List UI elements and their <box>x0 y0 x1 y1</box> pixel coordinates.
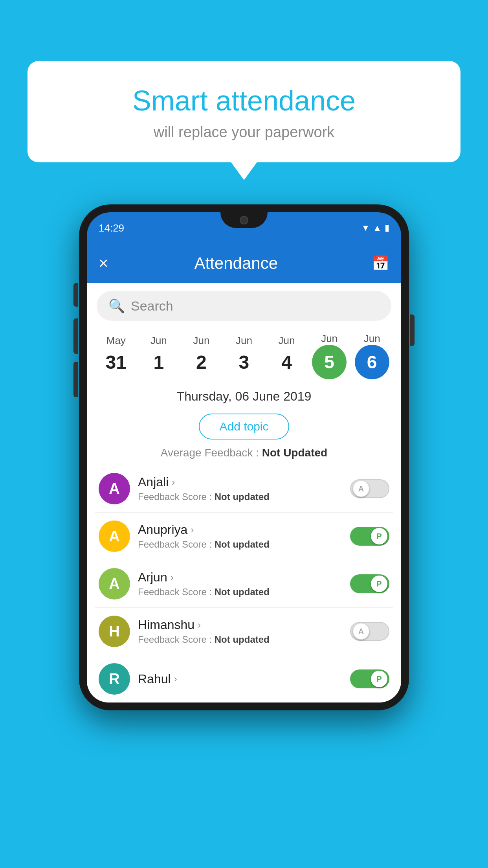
time-display: 14:29 <box>99 222 124 234</box>
avatar: A <box>99 568 130 600</box>
date-circle-selected-green: 5 <box>312 345 347 379</box>
date-number: 3 <box>226 347 262 378</box>
app-header: × Attendance 📅 <box>87 244 401 283</box>
bubble-subtitle: will replace your paperwork <box>51 124 437 141</box>
volume-silent-button <box>73 283 78 307</box>
volume-up-button <box>73 318 78 354</box>
avatar: H <box>99 616 130 647</box>
date-col-jun5[interactable]: Jun 5 <box>312 333 347 379</box>
date-col-jun2[interactable]: Jun 2 <box>183 335 219 378</box>
student-info: Anupriya › Feedback Score : Not updated <box>138 522 342 550</box>
student-info: Arjun › Feedback Score : Not updated <box>138 570 342 598</box>
search-bar[interactable]: 🔍 Search <box>97 291 391 321</box>
student-name: Anjali › <box>138 475 342 489</box>
student-item[interactable]: A Anjali › Feedback Score : Not updated … <box>95 465 393 513</box>
chevron-right-icon: › <box>198 620 201 631</box>
average-feedback: Average Feedback : Not Updated <box>87 447 401 459</box>
toggle-knob: P <box>371 576 387 592</box>
app-screen: × Attendance 📅 🔍 Search May 31 Jun <box>87 244 401 702</box>
student-info: Himanshu › Feedback Score : Not updated <box>138 618 342 645</box>
attendance-toggle[interactable]: A <box>350 622 389 641</box>
selected-date-label: Thursday, 06 June 2019 <box>177 389 312 403</box>
date-col-may31[interactable]: May 31 <box>98 335 134 378</box>
search-placeholder: Search <box>131 298 173 314</box>
attendance-toggle[interactable]: P <box>350 669 389 688</box>
student-name: Anupriya › <box>138 522 342 537</box>
student-info: Anjali › Feedback Score : Not updated <box>138 475 342 502</box>
avatar: R <box>99 663 130 695</box>
chevron-right-icon: › <box>191 524 194 535</box>
app-title: Attendance <box>101 254 372 273</box>
student-feedback: Feedback Score : Not updated <box>138 539 342 550</box>
chevron-right-icon: › <box>172 477 175 488</box>
month-label: Jun <box>193 335 209 347</box>
month-label: Jun <box>236 335 252 347</box>
date-col-jun4[interactable]: Jun 4 <box>269 335 305 378</box>
month-row: May 31 Jun 1 Jun 2 Jun 3 <box>95 333 393 379</box>
date-number: 4 <box>269 347 305 378</box>
chevron-right-icon: › <box>174 673 177 684</box>
date-number: 1 <box>141 347 176 378</box>
toggle-knob: A <box>353 623 369 640</box>
student-name: Rahul › <box>138 672 342 686</box>
date-circle-selected-blue: 6 <box>355 345 389 379</box>
speech-bubble-wrapper: Smart attendance will replace your paper… <box>28 61 460 162</box>
volume-down-button <box>73 362 78 397</box>
attendance-toggle[interactable]: P <box>350 527 389 546</box>
month-label: Jun <box>279 335 295 347</box>
student-name: Himanshu › <box>138 618 342 632</box>
date-number: 2 <box>183 347 219 378</box>
wifi-icon: ▼ <box>361 223 370 233</box>
search-icon: 🔍 <box>108 298 125 314</box>
date-info: Thursday, 06 June 2019 <box>87 379 401 406</box>
add-topic-button[interactable]: Add topic <box>199 414 289 440</box>
date-col-jun3[interactable]: Jun 3 <box>226 335 262 378</box>
student-item[interactable]: A Arjun › Feedback Score : Not updated P <box>95 560 393 608</box>
attendance-toggle[interactable]: P <box>350 574 389 593</box>
speech-bubble: Smart attendance will replace your paper… <box>28 61 460 162</box>
signal-icon: ▲ <box>373 223 382 233</box>
student-feedback: Feedback Score : Not updated <box>138 491 342 502</box>
date-number: 31 <box>98 347 134 378</box>
front-camera <box>240 216 248 224</box>
bubble-title: Smart attendance <box>51 85 437 117</box>
student-list: A Anjali › Feedback Score : Not updated … <box>87 465 401 702</box>
avatar: A <box>99 520 130 552</box>
camera-notch <box>220 212 268 228</box>
add-topic-label: Add topic <box>219 420 268 433</box>
student-item[interactable]: R Rahul › P <box>95 655 393 702</box>
toggle-knob: A <box>353 480 369 497</box>
date-col-jun1[interactable]: Jun 1 <box>141 335 176 378</box>
status-bar: 14:29 ▼ ▲ ▮ <box>87 212 401 244</box>
status-icons: ▼ ▲ ▮ <box>361 223 389 233</box>
phone-wrapper: 14:29 ▼ ▲ ▮ × Attendance 📅 🔍 Search <box>79 204 409 710</box>
month-label: Jun <box>321 333 338 345</box>
power-button <box>410 314 415 346</box>
avg-feedback-value: Not Updated <box>262 447 327 459</box>
month-label: Jun <box>364 333 380 345</box>
date-picker: May 31 Jun 1 Jun 2 Jun 3 <box>87 329 401 379</box>
attendance-toggle[interactable]: A <box>350 479 389 498</box>
student-name: Arjun › <box>138 570 342 585</box>
chevron-right-icon: › <box>171 572 174 583</box>
student-item[interactable]: H Himanshu › Feedback Score : Not update… <box>95 608 393 655</box>
battery-icon: ▮ <box>385 223 389 233</box>
student-info: Rahul › <box>138 672 342 686</box>
month-label: May <box>106 335 126 347</box>
student-feedback: Feedback Score : Not updated <box>138 634 342 645</box>
phone-outer: 14:29 ▼ ▲ ▮ × Attendance 📅 🔍 Search <box>79 204 409 710</box>
date-col-jun6[interactable]: Jun 6 <box>354 333 390 379</box>
toggle-knob: P <box>371 671 387 687</box>
month-label: Jun <box>150 335 167 347</box>
avatar: A <box>99 473 130 504</box>
student-item[interactable]: A Anupriya › Feedback Score : Not update… <box>95 513 393 560</box>
toggle-knob: P <box>371 528 387 544</box>
avg-feedback-label: Average Feedback : <box>161 447 259 459</box>
calendar-button[interactable]: 📅 <box>372 255 389 272</box>
student-feedback: Feedback Score : Not updated <box>138 587 342 598</box>
